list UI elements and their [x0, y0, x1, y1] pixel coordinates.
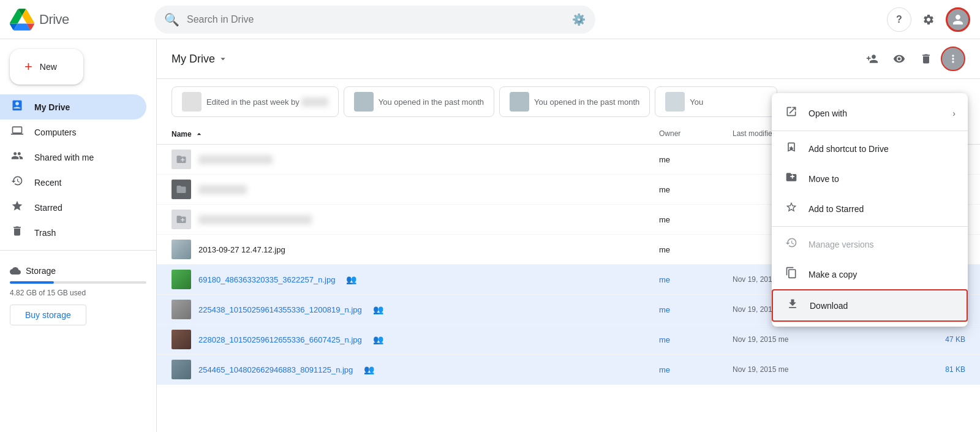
- sidebar: + New My Drive Computers Shared with me: [0, 39, 157, 432]
- buy-storage-button[interactable]: Buy storage: [10, 305, 86, 325]
- sidebar-item-label-shared: Shared with me: [34, 153, 94, 162]
- file-owner: me: [659, 215, 733, 224]
- add-person-icon: [866, 53, 878, 65]
- chip-thumb-4: [665, 92, 685, 112]
- file-icon-image: [172, 300, 191, 319]
- header-actions: ?: [887, 7, 970, 32]
- sidebar-item-label-computers: Computers: [34, 127, 76, 137]
- file-name-cell: 2013-09-27 12.47.12.jpg: [172, 240, 659, 259]
- add-shortcut-icon: [784, 141, 799, 156]
- file-icon-image: [172, 360, 191, 379]
- chip-3[interactable]: You opened in the past month: [499, 86, 650, 117]
- preview-icon: [893, 53, 905, 65]
- menu-item-manage-versions: Manage versions: [772, 229, 968, 259]
- menu-item-add-starred[interactable]: Add to Starred: [772, 194, 968, 224]
- chip-thumb-2: [354, 92, 374, 112]
- menu-item-move-to[interactable]: Move to: [772, 164, 968, 194]
- file-owner: me: [659, 275, 733, 284]
- table-row[interactable]: 254465_104802662946883_8091125_n.jpg 👥 m…: [157, 355, 980, 385]
- avatar-icon: [951, 12, 965, 27]
- sidebar-item-label-trash: Trash: [34, 228, 56, 238]
- file-name-cell: SharedFolderName3LongerText: [172, 210, 659, 229]
- file-name: SharedFolderName1: [198, 155, 273, 164]
- file-owner: me: [659, 185, 733, 194]
- menu-item-add-shortcut[interactable]: Add shortcut to Drive: [772, 134, 968, 164]
- chip-label-4: You: [690, 97, 703, 107]
- chip-thumb-3: [510, 92, 529, 112]
- sidebar-item-label-recent: Recent: [34, 178, 61, 188]
- settings-icon: [922, 13, 935, 26]
- my-drive-title[interactable]: My Drive: [172, 53, 228, 66]
- copy-icon: [784, 267, 799, 282]
- menu-item-move-to-label: Move to: [809, 174, 839, 184]
- sidebar-item-trash[interactable]: Trash: [0, 220, 146, 245]
- preview-button[interactable]: [887, 47, 911, 71]
- file-name: 2013-09-27 12.47.12.jpg: [198, 245, 285, 254]
- storage-bar-fill: [10, 281, 54, 284]
- menu-item-download[interactable]: Download: [772, 289, 968, 322]
- file-size: 81 KB: [916, 365, 965, 374]
- user-avatar[interactable]: [946, 7, 970, 32]
- file-date: Nov 19, 2015 me: [733, 335, 843, 344]
- file-name-cell: SharedFolderName1: [172, 150, 659, 169]
- sidebar-item-recent[interactable]: Recent: [0, 170, 146, 195]
- search-bar[interactable]: 🔍 ⚙️: [154, 6, 595, 34]
- file-owner: me: [659, 365, 733, 374]
- more-vert-icon: [947, 53, 959, 65]
- add-person-button[interactable]: [860, 47, 884, 71]
- menu-item-make-copy[interactable]: Make a copy: [772, 259, 968, 289]
- context-menu: Open with › Add shortcut to Drive Move t…: [772, 93, 968, 327]
- sidebar-item-label-starred: Starred: [34, 203, 62, 213]
- sidebar-item-computers[interactable]: Computers: [0, 119, 146, 145]
- file-name-cell: 254465_104802662946883_8091125_n.jpg 👥: [172, 360, 659, 379]
- plus-icon: +: [24, 59, 32, 75]
- sidebar-item-starred[interactable]: Starred: [0, 195, 146, 220]
- shared-icon: [10, 150, 24, 165]
- col-owner-header: Owner: [659, 129, 733, 139]
- help-button[interactable]: ?: [887, 7, 911, 32]
- settings-button[interactable]: [916, 7, 941, 32]
- recent-icon: [10, 175, 24, 190]
- menu-item-open-with-label: Open with: [809, 108, 847, 118]
- file-date: Nov 19, 2015 me: [733, 365, 843, 374]
- search-input[interactable]: [187, 14, 565, 25]
- storage-section: Storage 4.82 GB of 15 GB used Buy storag…: [0, 256, 156, 335]
- my-drive-icon: [10, 99, 24, 115]
- file-owner: me: [659, 305, 733, 314]
- file-owner: me: [659, 155, 733, 164]
- shared-badge-icon: 👥: [373, 305, 383, 314]
- new-button[interactable]: + New: [10, 49, 83, 85]
- menu-item-open-with[interactable]: Open with ›: [772, 98, 968, 128]
- menu-item-add-shortcut-label: Add shortcut to Drive: [809, 144, 889, 154]
- layout: + New My Drive Computers Shared with me: [0, 39, 980, 432]
- chip-4[interactable]: You: [655, 86, 777, 117]
- starred-icon: [10, 200, 24, 215]
- sidebar-item-shared[interactable]: Shared with me: [0, 145, 146, 170]
- sidebar-item-label-my-drive: My Drive: [34, 102, 70, 112]
- file-name: 225438_10150259614355336_1200819_n.jpg: [198, 305, 362, 314]
- file-name: SharedFolderName3LongerText: [198, 215, 312, 224]
- move-to-icon: [784, 171, 799, 186]
- storage-used-text: 4.82 GB of 15 GB used: [10, 289, 146, 297]
- shared-badge-icon: 👥: [346, 275, 356, 284]
- storage-bar-background: [10, 281, 146, 284]
- file-icon-folder: [172, 180, 191, 199]
- shared-badge-icon: 👥: [373, 335, 383, 344]
- delete-button[interactable]: [914, 47, 938, 71]
- sidebar-item-my-drive[interactable]: My Drive: [0, 94, 146, 119]
- col-name-header[interactable]: Name: [172, 129, 659, 139]
- col-name-label: Name: [172, 130, 192, 138]
- chip-1[interactable]: Edited in the past week by XXXXX: [172, 86, 339, 117]
- top-bar: My Drive: [157, 39, 980, 79]
- filter-icon[interactable]: ⚙️: [572, 13, 586, 26]
- file-icon-shared-folder: [172, 210, 191, 229]
- chip-label-2: You opened in the past month: [379, 97, 484, 107]
- table-row[interactable]: 228028_10150259612655336_6607425_n.jpg 👥…: [157, 325, 980, 355]
- trash-icon: [10, 225, 24, 240]
- storage-label: Storage: [26, 266, 56, 276]
- file-icon-image: [172, 240, 191, 259]
- chip-2[interactable]: You opened in the past month: [344, 86, 494, 117]
- open-with-arrow: ›: [952, 108, 956, 118]
- more-options-button[interactable]: [941, 47, 965, 71]
- menu-item-make-copy-label: Make a copy: [809, 270, 857, 279]
